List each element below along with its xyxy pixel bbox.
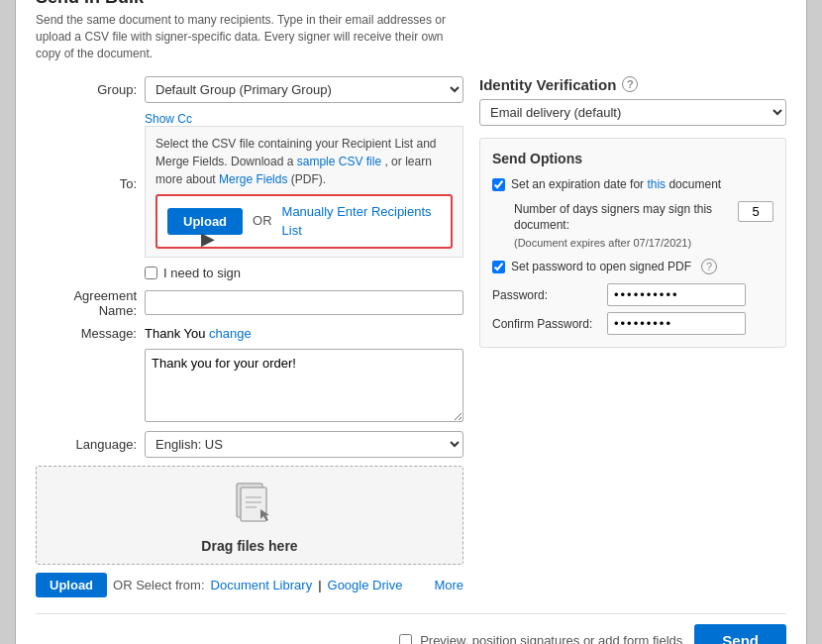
i-need-sign-checkbox[interactable] <box>145 267 157 279</box>
expiration-option-text: Set an expiration date for this document <box>511 176 721 193</box>
message-row: Message: Thank You change <box>36 326 463 341</box>
group-label: Group: <box>36 82 145 97</box>
right-panel: Identity Verification ? Email delivery (… <box>479 76 786 597</box>
document-library-link[interactable]: Document Library <box>211 578 313 592</box>
manually-enter-link[interactable]: Manually Enter Recipients List <box>282 202 441 241</box>
send-bulk-modal: Send in Bulk Send the same document to m… <box>15 0 807 644</box>
days-text: Number of days signers may sign this doc… <box>514 201 732 252</box>
identity-title-row: Identity Verification ? <box>479 76 786 93</box>
identity-title-text: Identity Verification <box>479 76 616 93</box>
agreement-name-label: Agreement Name: <box>36 288 145 318</box>
upload-select-row: Upload OR Select from: Document Library … <box>36 573 463 597</box>
upload-button-area: Upload ▶ <box>167 208 243 235</box>
password-checkbox[interactable] <box>492 261 505 273</box>
more-link[interactable]: More <box>434 578 463 592</box>
upload-box: Upload ▶ OR Manually Enter Recipients Li… <box>155 194 453 249</box>
message-static: Thank You <box>145 326 205 341</box>
identity-verification-select[interactable]: Email delivery (default) <box>479 99 786 126</box>
expiration-checkbox[interactable] <box>492 178 505 191</box>
preview-label: Preview, position signatures or add form… <box>420 633 682 644</box>
separator: | <box>318 578 321 592</box>
identity-help-icon[interactable]: ? <box>622 76 638 92</box>
or-text: OR <box>253 211 272 231</box>
language-row: Language: English: US <box>36 431 463 458</box>
drag-files-text: Drag files here <box>201 538 297 554</box>
group-row: Group: Default Group (Primary Group) <box>36 76 463 103</box>
days-block: Number of days signers may sign this doc… <box>514 201 773 252</box>
agreement-name-input[interactable] <box>145 290 463 315</box>
language-label: Language: <box>36 437 145 452</box>
show-cc-link[interactable]: Show Cc <box>145 112 192 126</box>
password-option-row: Set password to open signed PDF ? <box>492 259 773 275</box>
message-change-link[interactable]: change <box>209 326 252 341</box>
password-option-text: Set password to open signed PDF <box>511 259 691 275</box>
csv-text-suffix: (PDF). <box>291 172 326 186</box>
message-textarea[interactable]: Thank you for your order! <box>145 349 463 422</box>
message-textarea-wrapper: Thank you for your order! <box>145 349 463 425</box>
send-options-title: Send Options <box>492 151 773 166</box>
upload-files-button[interactable]: Upload <box>36 573 107 597</box>
expiration-option-row: Set an expiration date for this document <box>492 176 773 193</box>
confirm-password-row: Confirm Password: ••••••••• <box>492 312 773 335</box>
message-label: Message: <box>36 326 145 341</box>
group-select[interactable]: Default Group (Primary Group) <box>145 76 463 103</box>
agreement-name-row: Agreement Name: <box>36 288 463 318</box>
csv-info-box: Select the CSV file containing your Reci… <box>145 126 463 258</box>
upload-button[interactable]: Upload <box>167 208 243 235</box>
modal-subtitle: Send the same document to many recipient… <box>36 12 471 61</box>
days-input[interactable]: 5 <box>738 201 773 222</box>
to-label: To: <box>36 176 145 191</box>
confirm-password-input[interactable]: ••••••••• <box>607 312 746 335</box>
files-icon <box>225 476 274 534</box>
merge-fields-link[interactable]: Merge Fields <box>219 172 287 186</box>
i-need-sign-label: I need to sign <box>163 266 241 280</box>
footer: Preview, position signatures or add form… <box>36 613 786 644</box>
send-button[interactable]: Send <box>694 624 786 644</box>
to-row: To: Show Cc Select the CSV file containi… <box>36 111 463 258</box>
language-select[interactable]: English: US <box>145 431 463 458</box>
drop-zone[interactable]: Drag files here <box>36 466 463 565</box>
i-need-sign-row: I need to sign <box>145 266 463 280</box>
password-row: Password: •••••••••• <box>492 283 773 306</box>
modal-title: Send in Bulk <box>36 0 786 8</box>
password-input[interactable]: •••••••••• <box>607 283 746 306</box>
identity-section: Identity Verification ? Email delivery (… <box>479 76 786 126</box>
preview-row: Preview, position signatures or add form… <box>399 633 682 644</box>
left-panel: Group: Default Group (Primary Group) To:… <box>36 76 463 597</box>
or-select-text: OR Select from: <box>113 578 204 592</box>
password-help-icon[interactable]: ? <box>701 259 717 274</box>
google-drive-link[interactable]: Google Drive <box>328 578 403 592</box>
send-options-box: Send Options Set an expiration date for … <box>479 138 786 349</box>
expire-note: (Document expires after 07/17/2021) <box>514 236 732 251</box>
sample-csv-link[interactable]: sample CSV file <box>297 155 381 168</box>
preview-checkbox[interactable] <box>399 634 412 644</box>
password-label: Password: <box>492 288 601 302</box>
confirm-password-label: Confirm Password: <box>492 317 601 331</box>
